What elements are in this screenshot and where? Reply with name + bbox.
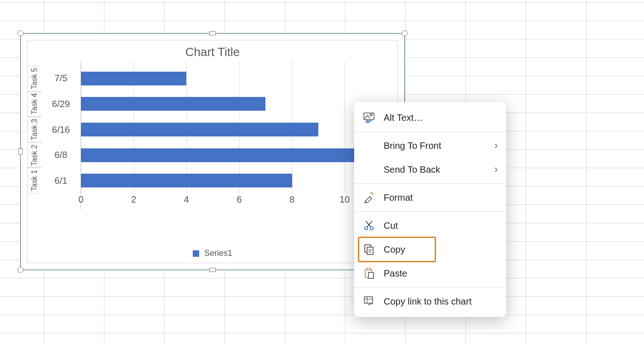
y-outer-label: Task 4: [28, 91, 41, 117]
y-inner-label: 6/16: [41, 123, 80, 136]
legend-series-label: Series1: [204, 249, 232, 258]
menu-item-label: Bring To Front: [384, 141, 486, 151]
menu-item-label: Copy link to this chart: [384, 296, 498, 307]
menu-item-send-back[interactable]: Send To Back›: [354, 158, 506, 181]
menu-item-label: Copy: [384, 244, 498, 255]
menu-separator: [354, 287, 506, 288]
alt-text-icon: [362, 111, 375, 124]
bar[interactable]: [81, 97, 265, 111]
legend-swatch: [193, 250, 199, 257]
resize-handle-bottom[interactable]: [209, 268, 216, 272]
y-inner-label: 6/1: [41, 174, 80, 187]
y-outer-label: Task 2: [28, 142, 41, 168]
svg-point-1: [370, 114, 372, 116]
copy-icon: [362, 243, 375, 256]
menu-item-label: Cut: [384, 221, 498, 231]
x-tick-label: 4: [184, 194, 189, 205]
bar[interactable]: [81, 72, 186, 85]
svg-rect-16: [364, 297, 373, 303]
x-tick-label: 0: [78, 194, 83, 205]
bar[interactable]: [81, 123, 318, 136]
svg-point-5: [370, 227, 373, 230]
menu-separator: [354, 211, 506, 212]
y-axis-inner-category-labels: 7/56/296/166/86/1: [41, 61, 81, 210]
y-outer-label: Task 3: [28, 117, 41, 142]
bar[interactable]: [81, 148, 358, 162]
bar[interactable]: [81, 174, 292, 187]
chevron-right-icon: ›: [494, 164, 498, 175]
x-tick-label: 10: [339, 194, 350, 205]
menu-item-copy-link[interactable]: Copy link to this chart: [354, 289, 506, 313]
resize-handle-top-right[interactable]: [402, 30, 408, 36]
chart-legend[interactable]: Series1: [28, 248, 397, 263]
menu-item-label: Format: [384, 192, 498, 203]
y-axis-outer-category-labels: Task 5Task 4Task 3Task 2Task 1: [28, 61, 41, 210]
resize-handle-bottom-left[interactable]: [17, 267, 23, 273]
svg-rect-3: [366, 122, 370, 123]
paste-icon: [362, 267, 375, 280]
copy-link-icon: [362, 295, 375, 308]
y-outer-label: Task 1: [28, 168, 41, 193]
menu-separator: [354, 131, 506, 132]
x-tick-label: 2: [131, 194, 136, 205]
resize-handle-top-left[interactable]: [17, 30, 23, 36]
svg-rect-14: [367, 268, 370, 270]
resize-handle-top[interactable]: [209, 31, 216, 35]
cut-icon: [362, 219, 375, 232]
chart-object[interactable]: Chart Title Task 5Task 4Task 3Task 2Task…: [20, 33, 405, 270]
chart-title[interactable]: Chart Title: [28, 40, 397, 61]
y-inner-label: 7/5: [41, 72, 80, 85]
chart-area[interactable]: Chart Title Task 5Task 4Task 3Task 2Task…: [27, 40, 398, 263]
menu-item-alt-text[interactable]: Alt Text…: [354, 106, 506, 130]
plot-area[interactable]: 0246810: [81, 61, 397, 210]
x-tick-label: 6: [236, 194, 242, 205]
y-inner-label: 6/8: [41, 149, 80, 162]
menu-item-label: Send To Back: [384, 164, 486, 175]
svg-rect-2: [366, 120, 372, 121]
blank-icon: [362, 163, 375, 176]
resize-handle-left[interactable]: [18, 148, 23, 155]
blank-icon: [362, 139, 375, 152]
menu-separator: [354, 183, 506, 184]
format-icon: [362, 191, 375, 204]
menu-item-bring-front[interactable]: Bring To Front›: [354, 134, 506, 158]
svg-point-4: [365, 227, 368, 230]
menu-item-paste[interactable]: Paste: [354, 261, 506, 285]
menu-item-cut[interactable]: Cut: [354, 214, 506, 238]
x-axis-ticks: 0246810: [81, 194, 397, 207]
x-tick-label: 8: [289, 194, 294, 205]
chevron-right-icon: ›: [494, 140, 498, 152]
context-menu: Alt Text…Bring To Front›Send To Back›For…: [354, 102, 506, 317]
y-inner-label: 6/29: [41, 97, 80, 110]
menu-item-label: Alt Text…: [384, 113, 498, 123]
svg-rect-15: [368, 272, 374, 278]
y-outer-label: Task 5: [28, 66, 41, 91]
menu-item-label: Paste: [384, 268, 498, 279]
svg-rect-0: [364, 113, 374, 119]
menu-item-format[interactable]: Format: [354, 186, 506, 209]
gridline: [345, 61, 345, 193]
menu-item-copy[interactable]: Copy: [354, 238, 506, 261]
